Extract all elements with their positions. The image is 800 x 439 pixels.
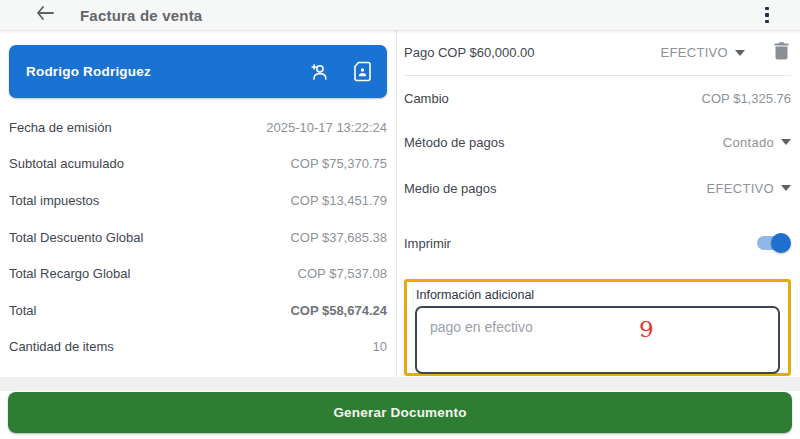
payment-entry-label: Pago COP $60,000.00 (404, 45, 535, 60)
imprimir-toggle[interactable] (755, 233, 791, 253)
invoice-content: Rodrigo Rodriguez (0, 30, 800, 377)
chevron-down-icon (781, 139, 791, 145)
customer-name: Rodrigo Rodriguez (26, 64, 151, 79)
trash-icon (774, 42, 789, 64)
medio-value: EFECTIVO (707, 181, 774, 196)
additional-info-label: Información adicional (416, 288, 780, 302)
imprimir-row: Imprimir (404, 212, 791, 274)
content-footer-gap (0, 377, 800, 391)
field-label: Total impuestos (9, 193, 99, 208)
field-label: Fecha de emisión (9, 120, 112, 135)
additional-info-input[interactable] (415, 306, 780, 374)
page-title: Factura de venta (80, 7, 202, 24)
payment-entry-row: Pago COP $60,000.00 EFECTIVO (404, 30, 791, 76)
medio-label: Medio de pagos (404, 181, 497, 196)
back-button[interactable] (32, 2, 58, 28)
payment-entry-method-value: EFECTIVO (661, 45, 728, 60)
field-value: COP $7,537.08 (298, 266, 387, 281)
metodo-label: Método de pagos (404, 135, 504, 150)
field-row-descuento-global: Total Descuento Global COP $37,685.38 (9, 219, 387, 256)
field-row-cantidad-items: Cantidad de items 10 (9, 329, 387, 366)
field-value: COP $13,451.79 (290, 193, 387, 208)
field-label: Cantidad de items (9, 339, 114, 354)
cambio-label: Cambio (404, 91, 449, 106)
chevron-down-icon (781, 185, 791, 191)
invoice-field-list: Fecha de emisión 2025-10-17 13:22:24 Sub… (9, 109, 387, 365)
field-value: COP $58,674.24 (290, 303, 387, 318)
imprimir-label: Imprimir (404, 236, 451, 251)
field-value: COP $75,370.75 (290, 156, 387, 171)
payment-entry-method-dropdown[interactable]: EFECTIVO (661, 45, 745, 60)
customer-select-button[interactable]: Rodrigo Rodriguez (9, 45, 387, 98)
delete-payment-button[interactable] (771, 43, 791, 63)
overflow-menu-button[interactable] (756, 3, 778, 27)
field-label: Total Recargo Global (9, 266, 130, 281)
field-label: Subtotal acumulado (9, 156, 124, 171)
top-app-bar: Factura de venta (0, 0, 800, 30)
cambio-row: Cambio COP $1,325.76 (404, 76, 791, 120)
arrow-left-icon (36, 6, 54, 24)
metodo-dropdown[interactable]: Contado (723, 135, 791, 150)
invoice-summary-panel: Rodrigo Rodriguez (0, 30, 397, 377)
medio-dropdown[interactable]: EFECTIVO (707, 181, 791, 196)
field-value: 10 (373, 339, 387, 354)
generate-document-button[interactable]: Generar Documento (8, 392, 792, 433)
field-value: COP $37,685.38 (290, 230, 387, 245)
payment-panel: Pago COP $60,000.00 EFECTIVO Cambio COP … (397, 30, 800, 377)
contact-document-icon[interactable] (351, 61, 373, 83)
kebab-vertical-icon (765, 7, 769, 24)
field-row-impuestos: Total impuestos COP $13,451.79 (9, 182, 387, 219)
field-row-total: Total COP $58,674.24 (9, 292, 387, 329)
additional-info-annotation-box: Información adicional 9 (404, 279, 791, 376)
field-row-recargo-global: Total Recargo Global COP $7,537.08 (9, 255, 387, 292)
metodo-de-pagos-row: Método de pagos Contado (404, 120, 791, 164)
field-row-subtotal: Subtotal acumulado COP $75,370.75 (9, 146, 387, 183)
field-label: Total (9, 303, 36, 318)
field-value: 2025-10-17 13:22:24 (266, 120, 387, 135)
metodo-value: Contado (723, 135, 774, 150)
person-add-icon[interactable] (308, 61, 330, 83)
field-label: Total Descuento Global (9, 230, 143, 245)
cambio-value: COP $1,325.76 (702, 91, 791, 106)
footer-bar: Generar Documento (0, 391, 800, 439)
chevron-down-icon (735, 50, 745, 56)
medio-de-pagos-row: Medio de pagos EFECTIVO (404, 164, 791, 212)
field-row-fecha-emision: Fecha de emisión 2025-10-17 13:22:24 (9, 109, 387, 146)
toggle-thumb (771, 233, 791, 253)
